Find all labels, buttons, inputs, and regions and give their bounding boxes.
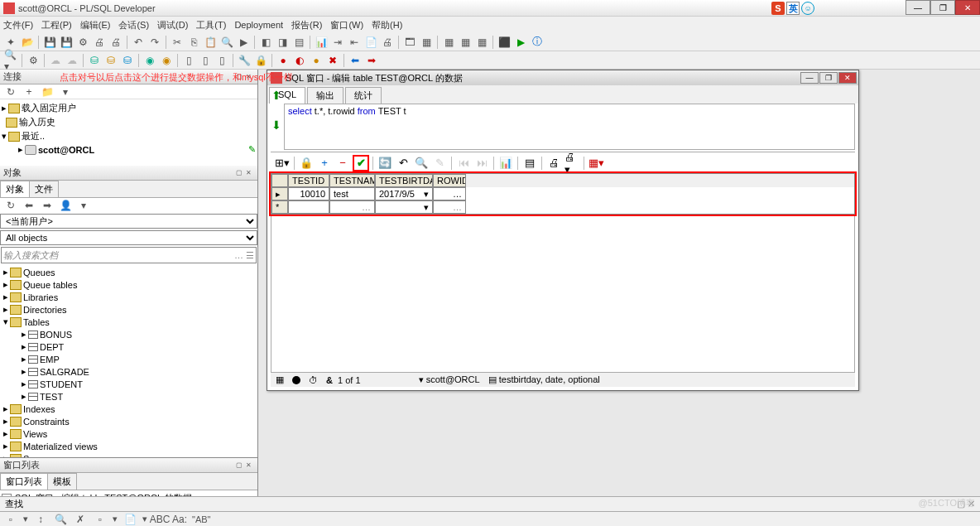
obj-indexes[interactable]: ▸Indexes [2, 403, 256, 415]
cloud2-icon[interactable]: ☁ [65, 53, 79, 68]
obj-directories[interactable]: ▸Directories [2, 303, 256, 316]
col-rowid[interactable]: ROWID [433, 174, 466, 187]
indent-icon[interactable]: ⇥ [330, 35, 345, 50]
db3-icon[interactable]: ⛁ [120, 53, 135, 68]
sql-icon[interactable]: ▦ [419, 35, 434, 50]
print-icon[interactable]: 🖨 [92, 35, 107, 50]
menu-session[interactable]: 会话(S) [118, 19, 149, 31]
find-icon[interactable]: 🔍 [413, 155, 430, 171]
refresh-icon[interactable]: 🔄 [377, 155, 393, 171]
next-icon[interactable]: ➡ [364, 53, 379, 68]
sql-editor[interactable]: select t.*, t.rowid from TEST t [284, 104, 855, 150]
table-dept[interactable]: ▸DEPT [2, 340, 256, 353]
sb-icon1[interactable]: ▫ [3, 514, 18, 525]
obj-queues[interactable]: ▸Queues [2, 266, 256, 278]
sql-min-button[interactable]: — [800, 72, 819, 84]
cell-testname[interactable]: test [329, 187, 375, 200]
ime-lang[interactable]: 英 [786, 2, 800, 15]
first-icon[interactable]: ⏮ [455, 155, 472, 171]
pin-icon[interactable]: ▢ [236, 169, 244, 177]
exec-icon[interactable]: ▶ [513, 35, 528, 50]
table-student[interactable]: ▸STUDENT [2, 378, 256, 390]
last-icon[interactable]: ⏭ [473, 155, 490, 171]
col-testbirtday[interactable]: TESTBIRTDAY [375, 174, 433, 187]
table-test[interactable]: ▸TEST [2, 390, 256, 403]
tab-objects[interactable]: 对象 [0, 181, 30, 197]
view-icon[interactable]: ▦▾ [588, 155, 604, 171]
add-row-icon[interactable]: + [316, 155, 333, 171]
menu-deployment[interactable]: Deployment [234, 20, 283, 30]
tab-files[interactable]: 文件 [29, 181, 59, 197]
menu-project[interactable]: 工程(P) [41, 19, 72, 31]
printer-icon[interactable]: 🖨 [545, 155, 562, 171]
paste-icon[interactable]: 📋 [203, 35, 218, 50]
pin-icon[interactable]: ▢ [236, 461, 244, 470]
scroll-down-icon[interactable]: ⬇ [271, 118, 281, 132]
bar1-icon[interactable]: ▯ [181, 53, 196, 68]
table-salgrade[interactable]: ▸SALGRADE [2, 365, 256, 378]
tab-windowlist[interactable]: 窗口列表 [0, 473, 48, 490]
tab-stats[interactable]: 统计 [345, 87, 382, 104]
menu-file[interactable]: 文件(F) [3, 19, 33, 31]
all-objects-select[interactable]: All objects [0, 230, 257, 245]
gear-icon[interactable]: ⚙ [75, 35, 90, 50]
obj-libraries[interactable]: ▸Libraries [2, 291, 256, 303]
copy-icon[interactable]: ⎘ [186, 35, 201, 50]
fn2-icon[interactable]: ◉ [159, 53, 174, 68]
db2-icon[interactable]: ⛁ [103, 53, 118, 68]
panel-close-icon[interactable]: ✕ [246, 169, 254, 177]
sql-window-titlebar[interactable]: SQL 窗口 - 编辑 table TEST@ORCL 的数据 — ❐ ✕ [267, 70, 858, 85]
obj-views[interactable]: ▸Views [2, 427, 256, 440]
row-selector-header[interactable] [271, 174, 288, 187]
grid3-icon[interactable]: ▦ [474, 35, 489, 50]
help-icon[interactable]: ⓘ [530, 35, 545, 50]
tab-template[interactable]: 模板 [47, 473, 77, 490]
grid1-icon[interactable]: ▦ [441, 35, 456, 50]
save-icon[interactable]: 💾 [42, 35, 57, 50]
sql-max-button[interactable]: ❐ [819, 72, 838, 84]
folder-icon[interactable]: 📁 [40, 84, 55, 99]
cell-rowid[interactable]: … [433, 187, 466, 200]
saveall-icon[interactable]: 💾 [59, 35, 74, 50]
col-testid[interactable]: TESTID [288, 174, 329, 187]
bar2-icon[interactable]: ▯ [198, 53, 213, 68]
cog-icon[interactable]: ⚙ [26, 53, 41, 68]
row-selector[interactable]: ▸ [271, 187, 288, 200]
prev-icon[interactable]: ⬅ [348, 53, 363, 68]
grid2-icon[interactable]: ▦ [458, 35, 473, 50]
chart-icon[interactable]: 📊 [497, 155, 514, 171]
sb-icon3[interactable]: ✗ [73, 514, 88, 525]
bar3-icon[interactable]: ▯ [214, 53, 229, 68]
fwd-icon[interactable]: ➡ [40, 198, 55, 213]
refresh-icon[interactable]: ↻ [3, 198, 18, 213]
tree-fixed-user[interactable]: ▸载入固定用户 [2, 101, 256, 115]
grid-layout-icon[interactable]: ⊞▾ [274, 155, 291, 171]
redo-icon[interactable]: ↷ [147, 35, 162, 50]
sb-ab-icon[interactable]: Aa: [172, 514, 187, 525]
current-user-select[interactable]: <当前用户> [0, 214, 257, 229]
edit-icon[interactable]: ✎ [431, 155, 448, 171]
fn1-icon[interactable]: ◉ [142, 53, 157, 68]
tool-c-icon[interactable]: ▤ [291, 35, 306, 50]
menu-window[interactable]: 窗口(W) [330, 19, 363, 31]
obj-constraints[interactable]: ▸Constraints [2, 415, 256, 427]
red2-icon[interactable]: ◐ [292, 53, 307, 68]
findnext-icon[interactable]: ▶ [236, 35, 251, 50]
add-icon[interactable]: + [22, 84, 36, 99]
back-icon[interactable]: ⬅ [22, 198, 36, 213]
cloud1-icon[interactable]: ☁ [48, 53, 63, 68]
menu-report[interactable]: 报告(R) [291, 19, 322, 31]
tree-recent[interactable]: ▾最近.. [2, 129, 256, 143]
cell-testbirtday[interactable]: 2017/9/5▾ [375, 187, 433, 200]
db1-icon[interactable]: ⛁ [87, 53, 102, 68]
filter-icon[interactable]: ▾ [76, 198, 91, 213]
status-exec-icon[interactable]: ⏱ [309, 375, 318, 385]
red3-icon[interactable]: ● [309, 53, 324, 68]
undo-icon[interactable]: ↶ [131, 35, 146, 50]
sb-icon2[interactable]: ↕ [33, 514, 48, 525]
sb-doc-icon[interactable]: 📄 [122, 514, 137, 525]
explain-icon[interactable]: 📊 [314, 35, 329, 50]
status-layout-icon[interactable]: ▦ [276, 374, 284, 385]
sql-close-button[interactable]: ✕ [838, 72, 857, 84]
scroll-up-icon[interactable]: ⬆ [271, 89, 281, 102]
